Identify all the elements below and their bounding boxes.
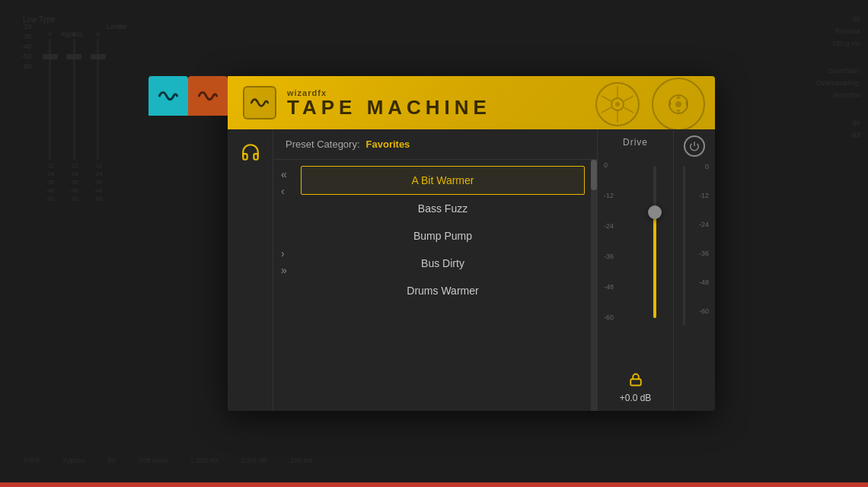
svg-line-7 — [602, 107, 611, 113]
tab-teal[interactable] — [148, 76, 188, 116]
preset-scrollbar[interactable] — [591, 160, 597, 411]
bg-bottom-labels: TAPE #ypass thr Soft knee 1.000 ms 2.5% … — [23, 457, 313, 464]
bg-top-text-bypass: #ypass — [61, 30, 83, 38]
preset-item-bus-dirty[interactable]: Bus Dirty — [301, 250, 585, 277]
plugin-body: Preset Category: Favorites « ‹ — [228, 129, 715, 411]
drive-panel: Drive 0 -12 -24 -36 -48 -60 — [597, 129, 673, 411]
drive-scale-48: -48 — [604, 283, 619, 314]
header-title-block: wizardFX TAPE MACHINE — [287, 88, 491, 117]
tab-orange[interactable] — [188, 76, 228, 116]
lock-icon[interactable] — [629, 373, 643, 390]
svg-rect-12 — [630, 379, 641, 385]
preset-items: A Bit Warmer Bass Fuzz Bump Pump Bus Dir… — [301, 160, 597, 310]
svg-line-5 — [602, 96, 611, 101]
svg-line-6 — [624, 107, 633, 113]
preset-item-bass-fuzz[interactable]: Bass Fuzz — [301, 195, 585, 222]
header-logo — [243, 86, 276, 119]
drive-label: Drive — [623, 137, 648, 148]
main-fader-track — [683, 166, 685, 326]
drive-track — [653, 166, 656, 318]
svg-point-2 — [615, 102, 620, 107]
bg-mixer-left: -20 -30 -40 -50 -60 0 -12 -24 -36 -48 -6… — [0, 0, 152, 487]
tab-row — [148, 76, 228, 116]
preset-item-drums-warmer[interactable]: Drums Warmer — [301, 277, 585, 304]
svg-point-11 — [675, 101, 681, 107]
drive-scale-0: 0 — [604, 161, 619, 192]
plugin-wrapper: wizardFX TAPE MACHINE — [148, 76, 715, 411]
tape-reel-left — [589, 80, 646, 129]
preset-nav-buttons: « ‹ › » — [273, 167, 289, 277]
plugin-header: wizardFX TAPE MACHINE — [228, 76, 715, 129]
drive-scale-24: -24 — [604, 222, 619, 253]
fader-mark-48: -48 — [699, 279, 709, 307]
preset-panel: Preset Category: Favorites « ‹ — [273, 129, 597, 411]
fader-mark-12: -12 — [699, 192, 709, 221]
preset-label: Preset Category: — [286, 138, 360, 150]
skip-forward-button[interactable]: » — [279, 263, 289, 277]
plugin-window: wizardFX TAPE MACHINE — [228, 76, 715, 411]
fader-panel: 0 -12 -24 -36 -48 -60 — [673, 129, 715, 411]
bg-top-text-left: Low Type — [23, 15, 56, 24]
plugin-window-offset: wizardFX TAPE MACHINE — [228, 76, 715, 411]
drive-fill — [653, 212, 656, 318]
fader-mark-60: -60 — [699, 307, 709, 323]
fader-mark-24: -24 — [699, 221, 709, 250]
headphone-icon[interactable] — [237, 138, 264, 166]
skip-back-button[interactable]: « — [279, 167, 289, 181]
back-button[interactable]: ‹ — [279, 184, 289, 198]
drive-scale-36: -36 — [604, 253, 619, 283]
fader-mark-36: -36 — [699, 250, 709, 279]
bg-top-text-limiter: Limiter — [107, 23, 127, 30]
power-button[interactable] — [684, 135, 705, 157]
forward-button[interactable]: › — [279, 247, 289, 260]
bg-right-panel: -30 Release 100 g ms Sidechain: Oversamp… — [731, 0, 868, 487]
preset-item-a-bit-warmer[interactable]: A Bit Warmer — [301, 166, 585, 195]
preset-item-bump-pump[interactable]: Bump Pump — [301, 222, 585, 250]
drive-scale-12: -12 — [604, 192, 619, 222]
drive-value: +0.0 dB — [620, 393, 652, 403]
header-title: TAPE MACHINE — [287, 97, 491, 117]
tape-reel-right — [643, 76, 715, 129]
panel-left — [228, 129, 273, 411]
svg-line-8 — [624, 96, 633, 101]
preset-header: Preset Category: Favorites — [273, 129, 597, 160]
fader-mark-0: 0 — [705, 163, 709, 192]
preset-list-container: « ‹ › » A Bit Warmer Bass Fuzz Bump Pump… — [273, 160, 597, 411]
preset-category[interactable]: Favorites — [366, 138, 410, 150]
drive-knob[interactable] — [648, 205, 662, 219]
preset-scrollbar-thumb[interactable] — [591, 160, 597, 190]
red-bottom-bar — [0, 482, 868, 487]
drive-scale-60: -60 — [604, 314, 619, 329]
